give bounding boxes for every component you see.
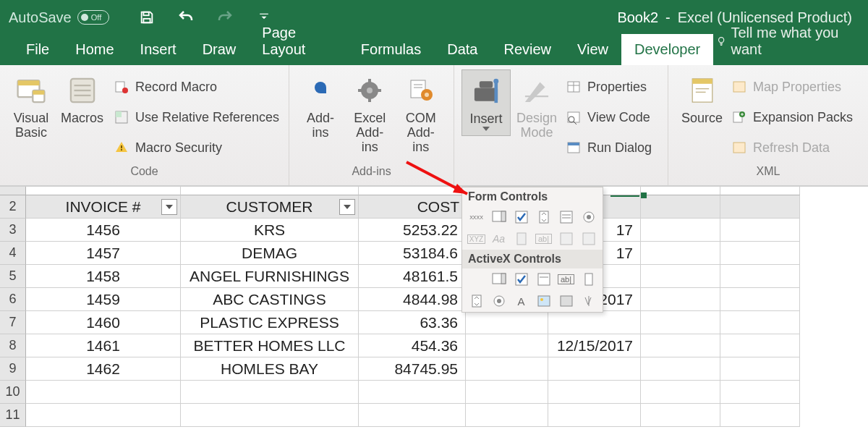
grid-cell[interactable]	[641, 219, 720, 242]
grid-cell[interactable]	[466, 404, 548, 427]
grid-cell[interactable]: ANGEL FURNISHINGS	[181, 265, 359, 288]
grid-cell[interactable]	[466, 311, 548, 334]
undo-icon[interactable]	[177, 9, 195, 26]
activex-listbox-icon[interactable]	[534, 270, 553, 289]
grid-cell[interactable]	[466, 357, 548, 381]
grid-cell[interactable]	[720, 242, 800, 265]
grid-cell[interactable]	[641, 195, 720, 219]
record-macro-button[interactable]: Record Macro	[114, 75, 279, 98]
tell-me-search[interactable]: Tell me what you want	[713, 17, 861, 65]
autosave-toggle[interactable]: AutoSave Off	[9, 9, 109, 26]
row-header[interactable]: 2	[0, 195, 26, 219]
activex-textbox-icon[interactable]: ab|	[556, 270, 576, 289]
grid-cell[interactable]: 4844.98	[359, 288, 466, 311]
grid-cell[interactable]: 84745.95	[359, 357, 466, 381]
header-cost[interactable]: COST	[359, 195, 466, 219]
grid-cell[interactable]: 1460	[26, 311, 181, 334]
visual-basic-button[interactable]: Visual Basic	[7, 69, 55, 143]
grid-cell[interactable]	[641, 404, 720, 427]
form-textfield-icon[interactable]: ab|	[534, 229, 553, 248]
grid-cell[interactable]	[181, 187, 359, 195]
grid-cell[interactable]: PLASTIC EXPRESS	[181, 311, 359, 334]
row-header[interactable]: 8	[0, 334, 26, 357]
form-spinner-icon[interactable]	[534, 208, 553, 226]
grid-cell[interactable]: BETTER HOMES LLC	[181, 334, 359, 357]
tab-file[interactable]: File	[13, 34, 62, 65]
grid-cell[interactable]	[720, 265, 800, 288]
grid-cell[interactable]	[641, 265, 720, 288]
grid-cell[interactable]	[548, 357, 641, 381]
grid-cell[interactable]	[720, 195, 800, 219]
grid-cell[interactable]	[359, 381, 466, 404]
row-header[interactable]: 4	[0, 242, 26, 265]
grid-cell[interactable]	[720, 381, 800, 404]
activex-commandbutton-icon[interactable]	[467, 270, 486, 289]
tab-review[interactable]: Review	[490, 34, 564, 65]
grid-cell[interactable]	[548, 381, 641, 404]
use-relative-references-button[interactable]: Use Relative References	[114, 106, 279, 129]
grid-cell[interactable]: 1461	[26, 334, 181, 357]
activex-spinbutton-icon[interactable]	[467, 292, 486, 310]
grid-cell[interactable]: 1459	[26, 288, 181, 311]
grid-cell[interactable]: KRS	[181, 219, 359, 242]
grid-cell[interactable]	[26, 187, 181, 195]
row-header[interactable]: 3	[0, 219, 26, 242]
row-header[interactable]: 10	[0, 381, 26, 404]
view-code-button[interactable]: View Code	[566, 106, 652, 129]
grid-cell[interactable]: 1456	[26, 219, 181, 242]
tab-formulas[interactable]: Formulas	[348, 34, 434, 65]
grid-cell[interactable]	[720, 187, 800, 195]
macro-security-button[interactable]: Macro Security	[114, 136, 279, 159]
source-button[interactable]: Source	[676, 69, 728, 129]
insert-controls-button[interactable]: Insert	[461, 69, 511, 136]
grid-cell[interactable]	[641, 381, 720, 404]
grid-cell[interactable]	[641, 357, 720, 381]
grid-cell[interactable]	[641, 242, 720, 265]
grid-cell[interactable]: 1457	[26, 242, 181, 265]
grid-cell[interactable]	[466, 381, 548, 404]
activex-optionbutton-icon[interactable]	[489, 292, 509, 310]
grid-cell[interactable]	[26, 404, 181, 427]
grid-cell[interactable]	[720, 404, 800, 427]
grid-cell[interactable]: HOMLES BAY	[181, 357, 359, 381]
tab-page-layout[interactable]: Page Layout	[249, 17, 348, 65]
grid-cell[interactable]: DEMAG	[181, 242, 359, 265]
header-customer[interactable]: CUSTOMER	[181, 195, 359, 219]
grid-cell[interactable]	[720, 357, 800, 381]
grid-cell[interactable]: 454.36	[359, 334, 466, 357]
activex-scrollbar-icon[interactable]	[579, 270, 598, 289]
grid-cell[interactable]: 5253.22	[359, 219, 466, 242]
design-mode-button[interactable]: Design Mode	[511, 69, 563, 143]
form-combobox-icon[interactable]	[489, 208, 509, 226]
form-groupbox-icon[interactable]: XYZ	[467, 229, 486, 248]
activex-togglebutton-icon[interactable]	[556, 292, 576, 310]
activex-checkbox-icon[interactable]	[511, 270, 531, 289]
form-label-icon[interactable]: Aa	[489, 229, 509, 248]
grid-cell[interactable]: 48161.5	[359, 265, 466, 288]
tab-view[interactable]: View	[564, 34, 621, 65]
map-properties-button[interactable]: Map Properties	[731, 75, 853, 98]
grid-cell[interactable]	[359, 404, 466, 427]
grid-cell[interactable]: 53184.6	[359, 242, 466, 265]
row-header[interactable]: 7	[0, 311, 26, 334]
grid-cell[interactable]: 1458	[26, 265, 181, 288]
row-header[interactable]: 5	[0, 265, 26, 288]
activex-label-icon[interactable]: A	[511, 292, 531, 310]
excel-addins-button[interactable]: Excel Add-ins	[344, 69, 396, 157]
grid-cell[interactable]: 63.36	[359, 311, 466, 334]
run-dialog-button[interactable]: Run Dialog	[566, 136, 652, 159]
form-optionbutton-icon[interactable]	[579, 208, 598, 226]
form-combo-list-icon[interactable]	[579, 229, 598, 248]
grid-cell[interactable]	[548, 404, 641, 427]
activex-combobox-icon[interactable]	[489, 270, 509, 289]
expansion-packs-button[interactable]: Expansion Packs	[731, 106, 853, 129]
activex-morecontrols-icon[interactable]	[579, 292, 598, 310]
form-combo-dropdown-icon[interactable]	[556, 229, 576, 248]
row-header[interactable]: 11	[0, 404, 26, 427]
properties-button[interactable]: Properties	[566, 75, 652, 98]
grid-cell[interactable]	[26, 381, 181, 404]
addins-button[interactable]: Add- ins	[297, 69, 344, 143]
grid-cell[interactable]	[641, 334, 720, 357]
grid-cell[interactable]	[720, 219, 800, 242]
refresh-data-button[interactable]: Refresh Data	[731, 136, 853, 159]
